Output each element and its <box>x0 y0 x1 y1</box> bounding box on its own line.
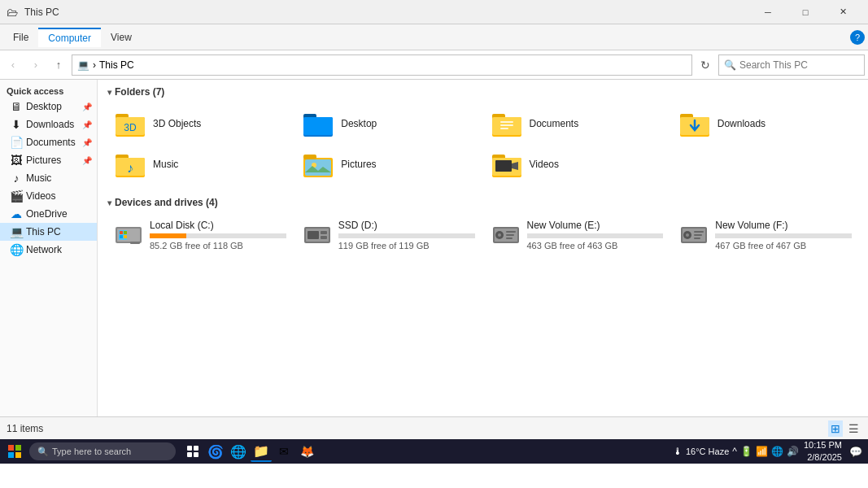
sidebar-item-videos[interactable]: 🎬 Videos <box>0 187 97 205</box>
downloads-icon: ⬇ <box>10 118 23 131</box>
ribbon-tab-computer[interactable]: Computer <box>38 28 101 47</box>
help-button[interactable]: ? <box>850 30 865 45</box>
drive-size-d: 119 GB free of 119 GB <box>338 241 475 251</box>
forward-button[interactable]: › <box>26 55 46 75</box>
start-button[interactable] <box>3 440 26 463</box>
svg-point-52 <box>686 233 689 237</box>
folder-name-downloads: Downloads <box>718 118 765 129</box>
svg-text:3D: 3D <box>124 122 137 133</box>
taskbar-icon-edge[interactable]: 🌐 <box>228 441 249 462</box>
drive-icon-e <box>491 220 521 250</box>
drive-icon-f <box>679 220 709 250</box>
sidebar-item-downloads[interactable]: ⬇ Downloads 📌 <box>0 115 97 133</box>
drive-item-e[interactable]: New Volume (E:) 463 GB free of 463 GB <box>485 215 670 255</box>
svg-rect-41 <box>321 236 327 239</box>
ribbon-tab-view[interactable]: View <box>101 28 142 46</box>
tray-chevron-icon[interactable]: ^ <box>732 446 737 457</box>
sidebar-label-videos: Videos <box>26 190 55 202</box>
address-bar: ‹ › ↑ 💻 › This PC ↻ 🔍 <box>0 50 868 80</box>
drive-icon-c <box>114 220 143 250</box>
taskbar-icon-taskview[interactable] <box>182 441 203 462</box>
drive-name-e: New Volume (E:) <box>527 220 664 231</box>
pin-icon-pictures: 📌 <box>82 156 92 165</box>
folders-section-header[interactable]: ▾ Folders (7) <box>107 86 858 98</box>
desktop-icon: 🖥 <box>10 100 23 113</box>
drive-info-e: New Volume (E:) 463 GB free of 463 GB <box>527 220 664 251</box>
folder-item-pictures[interactable]: Pictures <box>295 145 482 184</box>
svg-rect-60 <box>187 446 192 451</box>
svg-rect-61 <box>194 446 198 451</box>
tray-weather-icon: 🌡 <box>673 446 683 457</box>
maximize-button[interactable]: □ <box>787 0 824 24</box>
view-icons: ⊞ ☰ <box>828 420 861 437</box>
sidebar-item-documents[interactable]: 📄 Documents 📌 <box>0 133 97 151</box>
view-icon-list[interactable]: ⊞ <box>828 420 843 437</box>
svg-rect-21 <box>303 155 316 159</box>
item-count: 11 items <box>7 423 43 434</box>
sidebar: Quick access 🖥 Desktop 📌 ⬇ Downloads 📌 📄… <box>0 80 98 416</box>
sidebar-label-desktop: Desktop <box>26 101 62 112</box>
sidebar-label-downloads: Downloads <box>26 119 74 130</box>
drive-icon-d <box>303 220 332 250</box>
folder-icon-downloads <box>678 109 711 138</box>
sidebar-label-music: Music <box>26 172 51 184</box>
sidebar-label-onedrive: OneDrive <box>26 208 68 220</box>
clock[interactable]: 10:15 PM 2/8/2025 <box>804 439 842 464</box>
drive-bar-fill-c <box>150 233 186 238</box>
svg-rect-62 <box>187 452 192 457</box>
drives-section-header[interactable]: ▾ Devices and drives (4) <box>107 197 858 208</box>
documents-icon: 📄 <box>10 136 23 149</box>
path-bar[interactable]: 💻 › This PC <box>72 54 692 76</box>
ribbon-tab-file[interactable]: File <box>3 28 38 46</box>
minimize-button[interactable]: ─ <box>749 0 787 24</box>
folder-item-desktop[interactable]: Desktop <box>295 104 482 143</box>
search-input[interactable] <box>739 59 859 71</box>
folder-item-3dobjects[interactable]: 3D 3D Objects <box>107 104 294 143</box>
drive-info-f: New Volume (F:) 467 GB free of 467 GB <box>715 220 852 251</box>
sidebar-item-onedrive[interactable]: ☁ OneDrive <box>0 205 97 223</box>
folder-item-documents[interactable]: Documents <box>484 104 670 143</box>
svg-rect-46 <box>506 231 516 233</box>
folder-item-videos[interactable]: Videos <box>484 145 670 184</box>
svg-rect-27 <box>495 160 512 172</box>
tray-weather-text: 16°C Haze <box>686 447 729 456</box>
drive-size-e: 463 GB free of 463 GB <box>527 241 664 251</box>
sidebar-item-pictures[interactable]: 🖼 Pictures 📌 <box>0 151 97 169</box>
drives-label: Devices and drives (4) <box>115 197 218 208</box>
search-box[interactable]: 🔍 <box>718 54 865 76</box>
thispc-icon: 💻 <box>10 225 23 238</box>
taskbar-search-text: Type here to search <box>52 447 131 456</box>
back-button[interactable]: ‹ <box>3 55 23 75</box>
onedrive-icon: ☁ <box>10 207 23 220</box>
folder-item-downloads[interactable]: Downloads <box>672 104 858 143</box>
drive-item-f[interactable]: New Volume (F:) 467 GB free of 467 GB <box>673 215 858 255</box>
view-icon-icons[interactable]: ☰ <box>846 420 861 437</box>
folders-chevron: ▾ <box>107 88 111 97</box>
path-separator: › <box>93 59 96 71</box>
taskbar-icon-misc[interactable]: 🦊 <box>296 441 317 462</box>
sidebar-item-network[interactable]: 🌐 Network <box>0 241 97 259</box>
sidebar-label-documents: Documents <box>26 137 76 148</box>
svg-rect-48 <box>506 237 513 239</box>
taskbar-search[interactable]: 🔍 Type here to search <box>29 442 176 460</box>
up-button[interactable]: ↑ <box>49 55 68 75</box>
svg-rect-57 <box>15 445 21 451</box>
sidebar-item-thispc[interactable]: 💻 This PC <box>0 223 97 241</box>
sidebar-item-music[interactable]: ♪ Music <box>0 169 97 187</box>
taskbar-icon-cortana[interactable]: 🌀 <box>205 441 226 462</box>
sidebar-item-desktop[interactable]: 🖥 Desktop 📌 <box>0 98 97 115</box>
taskbar-icon-explorer[interactable]: 📁 <box>251 441 272 462</box>
drives-chevron: ▾ <box>107 198 111 207</box>
notification-button[interactable]: 💬 <box>847 442 865 460</box>
folder-icon-documents <box>491 109 523 138</box>
close-button[interactable]: ✕ <box>824 0 861 24</box>
folder-name-music: Music <box>153 159 178 170</box>
drive-item-d[interactable]: SSD (D:) 119 GB free of 119 GB <box>296 215 482 255</box>
folder-item-music[interactable]: ♪ Music <box>107 145 294 184</box>
drive-item-c[interactable]: Local Disk (C:) 85.2 GB free of 118 GB <box>107 215 293 255</box>
svg-rect-12 <box>500 128 508 129</box>
svg-rect-55 <box>694 237 700 239</box>
taskbar-icon-mail[interactable]: ✉ <box>273 441 294 462</box>
refresh-button[interactable]: ↻ <box>696 55 715 75</box>
svg-rect-47 <box>506 234 514 236</box>
